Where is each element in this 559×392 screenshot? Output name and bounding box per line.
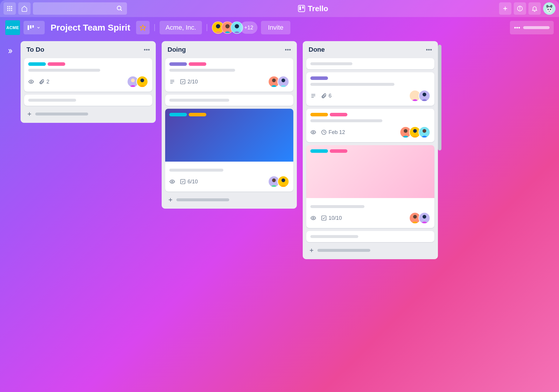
list-scrollbar[interactable] — [438, 45, 441, 150]
app-name: Trello — [308, 4, 328, 13]
card[interactable] — [306, 58, 434, 69]
svg-rect-2 — [11, 6, 12, 7]
plus-icon — [309, 247, 314, 253]
board-title[interactable]: Project Team Spirit — [48, 23, 133, 33]
list-title[interactable]: To Do — [26, 46, 44, 53]
card-title-placeholder — [28, 99, 76, 102]
card-cover — [306, 145, 434, 198]
svg-rect-8 — [11, 10, 12, 11]
notifications-button[interactable] — [528, 2, 541, 15]
board-view-switcher[interactable] — [24, 21, 45, 34]
card-label-cyan — [310, 149, 328, 153]
svg-point-29 — [235, 24, 239, 28]
list-title[interactable]: Done — [309, 46, 325, 53]
svg-point-57 — [313, 217, 314, 219]
search-input[interactable] — [33, 2, 127, 15]
plus-icon — [26, 111, 32, 117]
list-menu-button[interactable]: ••• — [144, 46, 150, 53]
list-menu-button[interactable]: ••• — [426, 46, 432, 53]
card-members — [400, 126, 430, 138]
card-label-pink — [189, 62, 206, 66]
invite-button[interactable]: Invite — [261, 21, 291, 34]
sidebar-expand-button[interactable] — [4, 45, 16, 57]
chevron-down-icon — [36, 26, 41, 30]
description-badge — [310, 93, 316, 99]
list-menu-button[interactable]: ••• — [285, 46, 291, 53]
card-title-placeholder — [169, 69, 235, 72]
svg-point-21 — [548, 9, 549, 10]
svg-rect-58 — [322, 216, 326, 220]
card-label-purple — [169, 62, 187, 66]
card[interactable]: 6 — [306, 72, 434, 106]
card[interactable] — [24, 95, 152, 106]
svg-rect-1 — [9, 6, 10, 7]
svg-line-10 — [120, 9, 122, 11]
card[interactable]: 2 — [24, 58, 152, 92]
member-avatar[interactable] — [136, 76, 148, 88]
card[interactable] — [165, 95, 293, 106]
card-members — [268, 176, 289, 187]
info-button[interactable] — [514, 2, 526, 15]
board-bar: ACME Project Team Spirit Acme, Inc. +12 … — [0, 17, 559, 38]
description-icon — [169, 79, 175, 85]
create-button[interactable] — [499, 2, 511, 15]
svg-point-54 — [404, 129, 408, 133]
user-avatar[interactable] — [543, 2, 555, 15]
watch-badge — [169, 179, 175, 185]
svg-point-39 — [272, 78, 276, 82]
plus-icon — [168, 197, 173, 203]
member-avatar[interactable] — [277, 176, 289, 187]
home-button[interactable] — [18, 2, 31, 15]
card-title-placeholder — [169, 99, 229, 102]
card-members — [409, 212, 430, 224]
card-label-pink — [330, 113, 347, 116]
eye-icon — [310, 215, 316, 221]
svg-rect-25 — [32, 25, 34, 28]
attachment-badge: 2 — [39, 79, 49, 85]
checklist-icon — [180, 79, 186, 85]
card[interactable]: 2/10 — [165, 58, 293, 92]
svg-point-27 — [216, 24, 220, 28]
member-overflow-count[interactable]: +12 — [240, 21, 257, 34]
svg-point-30 — [31, 81, 32, 83]
home-icon — [21, 5, 28, 12]
svg-point-28 — [225, 24, 230, 28]
team-name-button[interactable]: Acme, Inc. — [160, 21, 202, 34]
card-members — [268, 76, 289, 88]
card-label-pink — [48, 62, 65, 66]
board-members[interactable]: +12 — [212, 21, 257, 34]
top-bar: Trello — [0, 0, 559, 17]
svg-point-9 — [117, 6, 121, 10]
card[interactable]: 10/10 — [306, 145, 434, 228]
svg-point-44 — [282, 178, 285, 182]
card[interactable]: Feb 12 — [306, 109, 434, 142]
member-avatar[interactable] — [277, 76, 289, 88]
add-card-button[interactable] — [306, 245, 434, 256]
team-logo[interactable]: ACME — [5, 20, 20, 35]
add-card-button[interactable] — [24, 109, 152, 119]
paperclip-icon — [39, 79, 45, 85]
svg-point-20 — [546, 7, 552, 13]
card[interactable]: 6/10 — [165, 109, 293, 192]
menu-label-placeholder — [523, 26, 550, 29]
member-avatar[interactable] — [419, 90, 430, 102]
card-title-placeholder — [310, 119, 382, 122]
svg-point-18 — [520, 7, 520, 8]
card-label-cyan — [169, 113, 187, 116]
member-avatar[interactable] — [419, 212, 430, 224]
apps-button[interactable] — [4, 2, 16, 15]
member-avatar[interactable] — [419, 126, 430, 138]
card[interactable] — [306, 231, 434, 242]
board-menu-button[interactable]: ••• — [510, 21, 554, 34]
svg-rect-3 — [7, 8, 9, 9]
svg-point-40 — [282, 78, 285, 82]
grid-icon — [6, 5, 13, 12]
card-members — [127, 76, 148, 88]
svg-marker-26 — [140, 25, 145, 30]
card-label-purple — [310, 76, 328, 80]
star-button[interactable] — [136, 21, 150, 34]
list-title[interactable]: Doing — [168, 46, 186, 53]
card-title-placeholder — [169, 169, 223, 172]
checklist-icon — [180, 179, 186, 185]
add-card-button[interactable] — [165, 195, 293, 205]
